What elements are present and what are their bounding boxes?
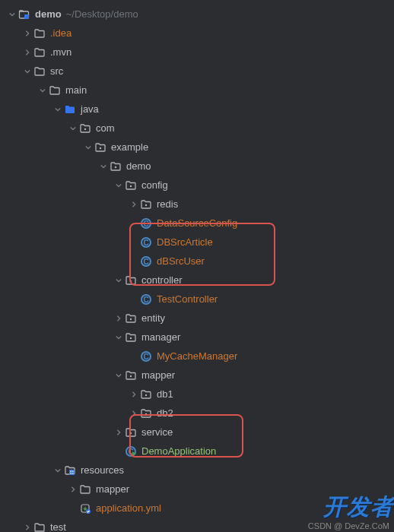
tree-node[interactable]: entity (0, 309, 394, 328)
chevron-right-icon[interactable] (128, 388, 140, 401)
chevron-down-icon[interactable] (113, 179, 125, 192)
tree-node-label: src (50, 65, 63, 77)
tree-node[interactable]: demo~/Desktop/demo (0, 5, 394, 24)
chevron-down-icon[interactable] (97, 160, 110, 173)
tree-node[interactable]: service (0, 423, 394, 442)
tree-node[interactable]: com (0, 119, 394, 138)
folder-icon (33, 521, 46, 533)
tree-node-hint: ~/Desktop/demo (66, 8, 138, 20)
tree-node[interactable]: CMyCacheManager (0, 347, 394, 366)
tree-node-label: .idea (50, 27, 71, 39)
tree-node-label: demo (35, 8, 62, 20)
tree-node-label: dBSrcUser (157, 255, 205, 267)
tree-node[interactable]: java (0, 100, 394, 119)
chevron-right-icon[interactable] (21, 46, 33, 59)
tree-node[interactable]: main (0, 81, 394, 100)
package-icon (125, 179, 137, 192)
tree-node-label: test (50, 521, 66, 532)
svg-rect-29 (71, 473, 72, 474)
tree-node[interactable]: controller (0, 271, 394, 290)
chevron-down-icon[interactable] (37, 84, 49, 97)
tree-node-label: service (141, 426, 173, 438)
chevron-down-icon[interactable] (52, 103, 64, 116)
tree-node[interactable]: test (0, 518, 394, 532)
tree-node[interactable]: application.yml (0, 499, 394, 518)
class-icon: C (140, 255, 152, 268)
package-icon (140, 198, 152, 211)
svg-point-16 (130, 318, 132, 319)
tree-node[interactable]: mapper (0, 366, 394, 385)
tree-node-label: config (141, 179, 168, 191)
package-icon (110, 160, 122, 173)
project-icon (18, 8, 30, 21)
chevron-down-icon[interactable] (21, 65, 33, 78)
tree-node[interactable]: db2 (0, 404, 394, 423)
svg-point-21 (145, 394, 147, 395)
tree-node[interactable]: demo (0, 157, 394, 176)
tree-node-label: DBSrcArticle (157, 236, 213, 248)
chevron-right-icon[interactable] (113, 312, 125, 325)
tree-node-label: DemoApplication (141, 445, 216, 457)
tree-node-label: mapper (141, 369, 175, 381)
yml-icon (79, 502, 91, 515)
svg-point-22 (145, 413, 147, 414)
tree-node-label: entity (141, 312, 165, 324)
chevron-down-icon[interactable] (113, 369, 125, 382)
package-icon (140, 388, 152, 401)
svg-text:C: C (143, 257, 148, 265)
svg-text:C: C (143, 295, 148, 303)
tree-node[interactable]: .mvn (0, 43, 394, 62)
svg-point-23 (130, 432, 132, 433)
tree-node[interactable]: src (0, 62, 394, 81)
tree-node-label: demo (126, 160, 151, 172)
tree-node[interactable]: CdBSrcUser (0, 252, 394, 271)
chevron-down-icon[interactable] (67, 122, 79, 135)
resources-icon (64, 464, 76, 477)
package-icon (125, 331, 137, 344)
folder-icon (49, 84, 61, 97)
tree-node[interactable]: mapper (0, 480, 394, 499)
chevron-down-icon[interactable] (6, 8, 18, 21)
tree-node[interactable]: example (0, 138, 394, 157)
svg-rect-30 (72, 473, 74, 474)
tree-node[interactable]: db1 (0, 385, 394, 404)
tree-node[interactable]: CDemoApplication (0, 442, 394, 461)
chevron-right-icon[interactable] (113, 426, 125, 439)
tree-node[interactable]: CDataSourceConfig (0, 214, 394, 233)
chevron-right-icon[interactable] (21, 27, 33, 40)
chevron-down-icon[interactable] (113, 274, 125, 287)
project-tree[interactable]: demo~/Desktop/demo.idea.mvnsrcmainjavaco… (0, 0, 394, 532)
chevron-right-icon[interactable] (128, 407, 140, 420)
class-icon: C (140, 350, 152, 363)
tree-node-label: .mvn (50, 46, 71, 58)
tree-node[interactable]: CDBSrcArticle (0, 233, 394, 252)
svg-rect-27 (71, 470, 72, 472)
tree-node[interactable]: redis (0, 195, 394, 214)
tree-node[interactable]: resources (0, 461, 394, 480)
tree-node[interactable]: CTestController (0, 290, 394, 309)
tree-node[interactable]: config (0, 176, 394, 195)
tree-node[interactable]: manager (0, 328, 394, 347)
svg-rect-1 (24, 14, 29, 19)
chevron-down-icon[interactable] (82, 141, 94, 154)
package-icon (125, 312, 137, 325)
chevron-right-icon[interactable] (67, 483, 79, 496)
svg-point-17 (130, 337, 132, 338)
package-icon (125, 274, 137, 287)
chevron-down-icon[interactable] (113, 331, 125, 344)
chevron-right-icon[interactable] (21, 521, 33, 533)
svg-point-2 (84, 128, 86, 129)
chevron-right-icon[interactable] (128, 198, 140, 211)
svg-text:C: C (143, 352, 148, 360)
tree-node[interactable]: .idea (0, 24, 394, 43)
tree-node-label: MyCacheManager (157, 350, 237, 362)
package-icon (125, 369, 137, 382)
tree-node-label: mapper (96, 483, 129, 495)
chevron-down-icon[interactable] (52, 464, 64, 477)
tree-node-label: com (96, 122, 115, 134)
folder-icon (33, 65, 46, 78)
tree-node-label: example (111, 141, 148, 153)
tree-node-label: db2 (157, 407, 173, 419)
tree-node-label: java (81, 103, 99, 115)
svg-point-4 (115, 166, 116, 167)
